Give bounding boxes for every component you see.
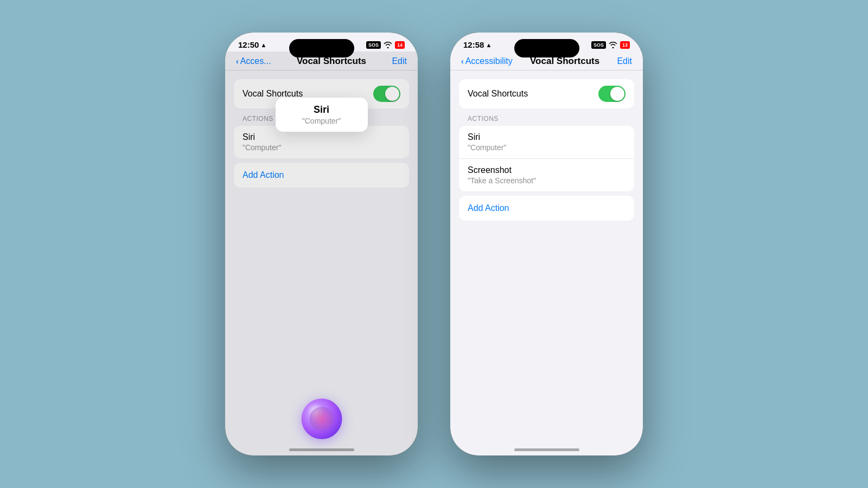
sos-badge-2: SOS: [591, 41, 606, 49]
location-icon-1: ▲: [260, 42, 266, 48]
wifi-icon-1: [384, 42, 392, 48]
phone-2: 12:58 ▲ SOS 13 ‹ Accessibility Vocal Sho…: [450, 33, 643, 455]
phone-1: 12:50 ▲ SOS 14 ‹ Acces... Vocal Shortcut…: [225, 33, 418, 455]
dynamic-island-2: [514, 39, 579, 57]
siri-orb-inner: [309, 407, 334, 431]
add-action-text-2: Add Action: [468, 203, 509, 213]
status-icons-2: SOS 13: [591, 41, 630, 49]
actions-list-2: Siri "Computer" Screenshot "Take a Scree…: [459, 126, 634, 191]
action-phrase-siri-2: "Computer": [468, 143, 626, 152]
siri-tooltip-subtitle: "Computer": [286, 117, 357, 125]
battery-badge-1: 14: [395, 41, 405, 49]
toggle-label-2: Vocal Shortcuts: [468, 89, 528, 99]
nav-edit-2[interactable]: Edit: [617, 56, 632, 66]
siri-tooltip-title: Siri: [286, 104, 357, 115]
wifi-icon-2: [609, 42, 617, 48]
action-item-siri-2[interactable]: Siri "Computer": [459, 126, 634, 159]
add-action-btn-2[interactable]: Add Action: [459, 196, 634, 221]
status-time-1: 12:50 ▲: [238, 40, 266, 49]
toggle-row-2: Vocal Shortcuts: [459, 79, 634, 108]
back-label-2: Accessibility: [465, 56, 513, 66]
action-phrase-screenshot: "Take a Screenshot": [468, 176, 626, 185]
toggle-knob-2: [610, 87, 624, 101]
status-icons-1: SOS 14: [366, 41, 405, 49]
siri-orb-container: [301, 399, 342, 439]
siri-orb: [301, 399, 342, 439]
screen-2: ‹ Accessibility Vocal Shortcuts Edit Voc…: [450, 52, 643, 455]
action-item-screenshot[interactable]: Screenshot "Take a Screenshot": [459, 159, 634, 191]
location-icon-2: ▲: [486, 42, 492, 48]
nav-title-2: Vocal Shortcuts: [530, 56, 599, 67]
siri-tooltip: Siri "Computer": [276, 98, 368, 132]
action-name-screenshot: Screenshot: [468, 165, 626, 175]
sos-badge-1: SOS: [366, 41, 381, 49]
back-chevron-2: ‹: [461, 57, 464, 66]
nav-back-2[interactable]: ‹ Accessibility: [461, 56, 513, 66]
section-label-2: ACTIONS: [450, 108, 643, 126]
screen-1: ‹ Acces... Vocal Shortcuts Edit Vocal Sh…: [225, 52, 418, 455]
action-name-siri-2: Siri: [468, 132, 626, 142]
status-time-2: 12:58 ▲: [463, 40, 492, 49]
toggle-2[interactable]: [598, 86, 626, 102]
home-indicator-2: [514, 448, 579, 451]
battery-badge-2: 13: [620, 41, 630, 49]
